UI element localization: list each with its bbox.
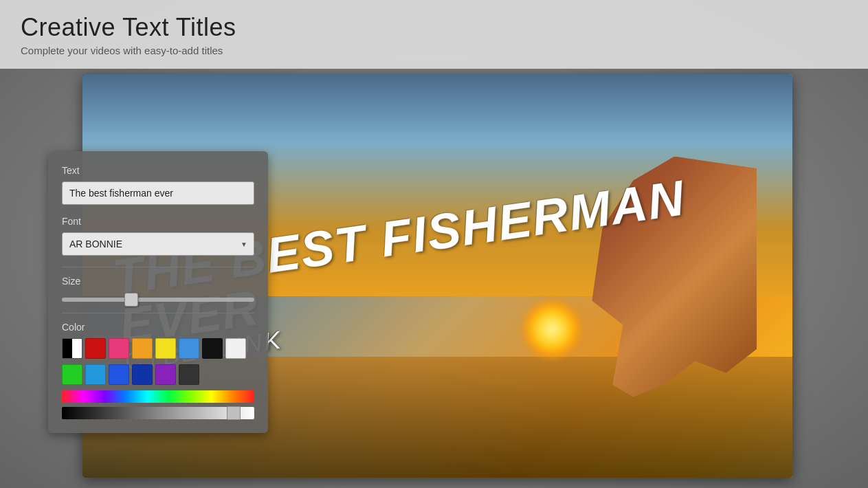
swatch-light-blue[interactable]: [179, 338, 199, 359]
color-swatches-row2: [62, 364, 254, 385]
swatch-green[interactable]: [62, 364, 82, 385]
app-header: Creative Text Titles Complete your video…: [0, 0, 868, 69]
text-label: Text: [62, 165, 254, 176]
color-gradient-bar[interactable]: [62, 390, 254, 403]
size-section: Size: [62, 276, 254, 304]
font-select-wrapper: AR BONNIE Arial Times New Roman Impact G…: [62, 232, 254, 256]
size-label: Size: [62, 276, 254, 287]
swatch-white[interactable]: [225, 338, 246, 359]
font-select[interactable]: AR BONNIE Arial Times New Roman Impact G…: [62, 232, 254, 256]
swatch-black[interactable]: [202, 338, 223, 359]
swatch-yellow[interactable]: [155, 338, 176, 359]
swatch-red[interactable]: [85, 338, 106, 359]
app-title: Creative Text Titles: [21, 13, 847, 42]
color-label: Color: [62, 322, 254, 333]
size-slider[interactable]: [62, 298, 254, 302]
color-section: Color: [62, 322, 254, 419]
font-label: Font: [62, 216, 254, 227]
divider-2: [62, 313, 254, 313]
size-slider-wrapper: [62, 292, 254, 304]
swatch-navy[interactable]: [132, 364, 153, 385]
text-input[interactable]: [62, 181, 254, 205]
brightness-bar[interactable]: [62, 407, 254, 419]
divider-1: [62, 267, 254, 267]
swatch-purple[interactable]: [155, 364, 176, 385]
swatch-orange[interactable]: [132, 338, 153, 359]
brightness-thumb[interactable]: [227, 406, 241, 420]
swatch-dark-gray[interactable]: [179, 364, 199, 385]
swatch-black-white[interactable]: [62, 338, 82, 359]
app-subtitle: Complete your videos with easy-to-add ti…: [21, 45, 847, 56]
swatch-pink[interactable]: [109, 338, 129, 359]
color-swatches-row1: [62, 338, 254, 359]
control-panel: Text Font AR BONNIE Arial Times New Roma…: [48, 151, 268, 433]
swatch-blue[interactable]: [109, 364, 129, 385]
swatch-cyan[interactable]: [85, 364, 106, 385]
